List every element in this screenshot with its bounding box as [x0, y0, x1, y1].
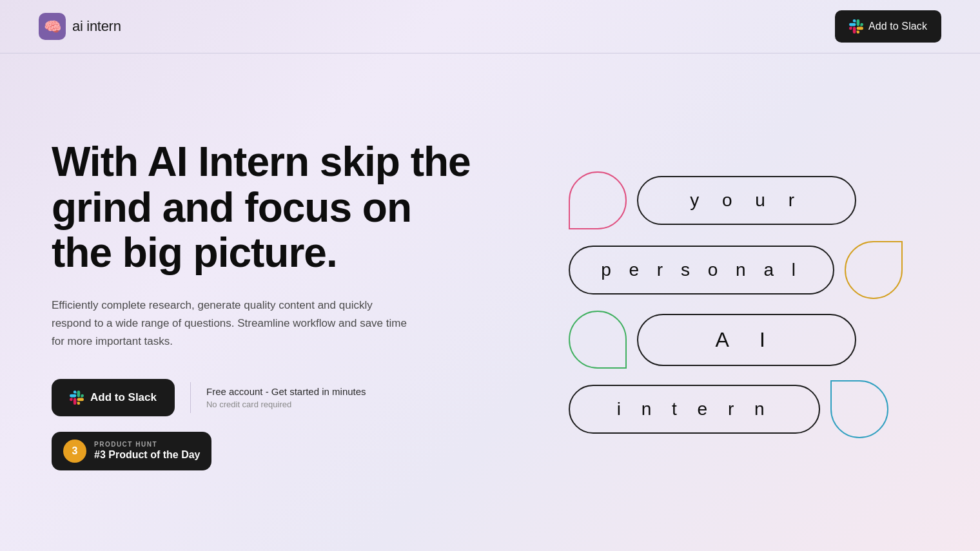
cta-row: Add to Slack Free account - Get started … — [52, 379, 477, 416]
word-pill-intern: i n t e r n — [569, 385, 820, 434]
add-to-slack-header-button[interactable]: Add to Slack — [835, 10, 941, 43]
word-ai: A I — [715, 328, 778, 352]
word-pill-ai: A I — [637, 314, 856, 366]
no-credit-card-text: No credit card required — [206, 400, 366, 409]
svg-text:🧠: 🧠 — [44, 18, 62, 35]
bubble-yellow — [845, 241, 903, 299]
word-row-your: y o u r — [569, 171, 903, 229]
word-row-intern: i n t e r n — [569, 380, 903, 438]
product-hunt-badge[interactable]: 3 PRODUCT HUNT #3 Product of the Day — [52, 432, 211, 470]
free-account-info: Free account - Get started in minutes No… — [206, 386, 366, 409]
slack-icon — [849, 19, 863, 34]
word-pill-your: y o u r — [637, 176, 856, 225]
headline: With AI Intern skip the grind and focus … — [52, 139, 477, 275]
product-hunt-title: #3 Product of the Day — [94, 449, 200, 461]
cta-divider — [190, 382, 191, 413]
word-personal: p e r s o n a l — [601, 260, 802, 280]
word-pill-personal: p e r s o n a l — [569, 246, 834, 295]
main-content: With AI Intern skip the grind and focus … — [0, 53, 980, 543]
bubble-blue — [830, 380, 888, 438]
word-your: y o u r — [690, 190, 803, 211]
left-content: With AI Intern skip the grind and focus … — [52, 139, 477, 470]
logo-text: ai intern — [72, 18, 121, 35]
add-to-slack-main-button[interactable]: Add to Slack — [52, 379, 175, 416]
logo-icon: 🧠 — [39, 13, 66, 40]
add-to-slack-main-label: Add to Slack — [90, 391, 157, 404]
word-row-personal: p e r s o n a l — [569, 241, 903, 299]
product-hunt-text: PRODUCT HUNT #3 Product of the Day — [94, 441, 200, 461]
add-to-slack-header-label: Add to Slack — [868, 21, 927, 32]
bubble-green — [569, 311, 627, 369]
subheadline: Efficiently complete research, generate … — [52, 296, 413, 351]
logo-area: 🧠 ai intern — [39, 13, 121, 40]
word-intern: i n t e r n — [617, 399, 772, 420]
word-grid: y o u r p e r s o n a l A I i n t e r n — [569, 171, 903, 438]
free-account-main-text: Free account - Get started in minutes — [206, 386, 366, 397]
header: 🧠 ai intern Add to Slack — [0, 0, 980, 53]
slack-icon-main — [70, 391, 84, 405]
bubble-pink — [569, 171, 627, 229]
product-hunt-label: PRODUCT HUNT — [94, 441, 200, 448]
product-hunt-medal: 3 — [63, 440, 86, 463]
product-hunt-rank: 3 — [72, 445, 78, 457]
word-row-ai: A I — [569, 311, 903, 369]
